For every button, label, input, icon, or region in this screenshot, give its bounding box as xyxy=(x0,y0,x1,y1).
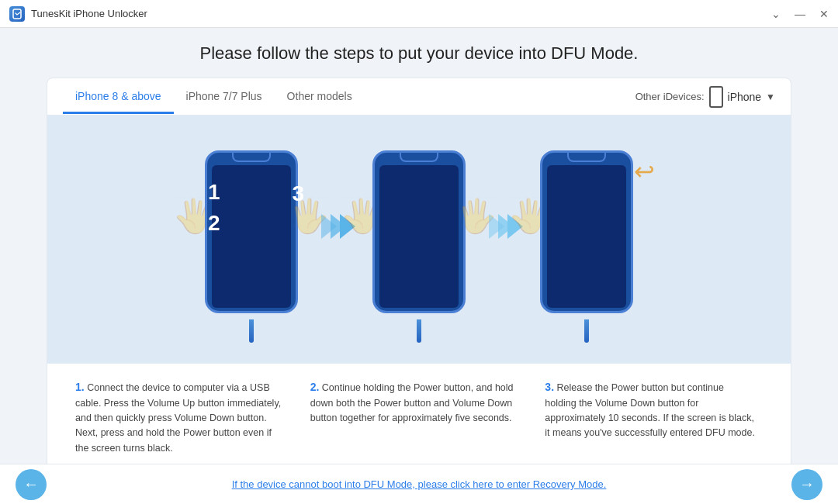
phone-body-3 xyxy=(540,150,633,313)
title-bar-controls: ⌄ — ✕ xyxy=(771,9,829,19)
phone-cable-2 xyxy=(417,319,421,343)
title-bar: TunesKit iPhone Unlocker ⌄ — ✕ xyxy=(0,0,838,28)
phone-cable-1 xyxy=(249,319,254,343)
main-card: iPhone 8 & above iPhone 7/7 Plus Other m… xyxy=(47,78,791,472)
phone-notch-1 xyxy=(232,153,271,162)
instruction-num-2: 2. xyxy=(310,381,320,393)
instructions-row: 1. Connect the device to computer via a … xyxy=(47,364,791,471)
other-devices: Other iDevices: iPhone ▼ xyxy=(635,86,775,108)
phone-body-2 xyxy=(372,150,466,313)
step-num-2: 2 xyxy=(208,212,220,234)
app-title: TunesKit iPhone Unlocker xyxy=(31,8,147,19)
phone-step-3: 🖐 ↩ xyxy=(532,150,641,321)
maximize-button[interactable]: ⌄ xyxy=(771,9,781,19)
tabs-row: iPhone 8 & above iPhone 7/7 Plus Other m… xyxy=(47,78,791,116)
tab-iphone8-above[interactable]: iPhone 8 & above xyxy=(63,81,174,114)
close-button[interactable]: ✕ xyxy=(819,9,829,19)
rotate-arrow-icon: ↩ xyxy=(634,157,655,186)
phone-icon-small xyxy=(709,86,723,108)
phone-step-2: 🖐 🖐 xyxy=(365,150,473,321)
step-num-1: 1 xyxy=(208,181,220,203)
tab-iphone7[interactable]: iPhone 7/7 Plus xyxy=(174,81,275,114)
phone-screen-1 xyxy=(212,165,292,308)
phone-notch-3 xyxy=(567,153,606,162)
app-icon xyxy=(9,6,25,22)
tab-other-models[interactable]: Other models xyxy=(275,81,365,114)
phone-cable-3 xyxy=(584,319,589,343)
minimize-button[interactable]: — xyxy=(795,9,805,19)
instruction-3: 3. Release the Power button but continue… xyxy=(532,379,767,441)
phone-step-1: 🖐 🖐 1 2 3 xyxy=(197,150,306,321)
instruction-num-1: 1. xyxy=(75,381,85,393)
step-num-3: 3 xyxy=(292,181,304,206)
main-content: Please follow the steps to put your devi… xyxy=(0,28,838,472)
steps-area: 🖐 🖐 1 2 3 xyxy=(47,116,791,364)
phone-wrap-1: 🖐 🖐 1 2 3 xyxy=(197,150,306,321)
step-numbers-1: 1 2 xyxy=(208,181,220,234)
next-button[interactable]: → xyxy=(791,469,822,500)
instruction-text-3: Release the Power button but continue ho… xyxy=(545,382,755,438)
instruction-1: 1. Connect the device to computer via a … xyxy=(71,379,298,456)
svg-rect-0 xyxy=(13,9,21,19)
back-button[interactable]: ← xyxy=(16,469,47,500)
recovery-link[interactable]: If the device cannot boot into DFU Mode,… xyxy=(232,478,607,490)
bottom-bar: ← If the device cannot boot into DFU Mod… xyxy=(0,464,838,504)
phone-notch-2 xyxy=(400,153,438,162)
instruction-num-3: 3. xyxy=(545,381,554,393)
dropdown-arrow-icon[interactable]: ▼ xyxy=(766,91,775,102)
phone-screen-3 xyxy=(547,165,627,308)
instruction-text-1: Connect the device to computer via a USB… xyxy=(75,382,281,454)
other-devices-label: Other iDevices: xyxy=(635,91,705,102)
phone-wrap-2: 🖐 🖐 xyxy=(365,150,473,321)
device-name: iPhone xyxy=(728,91,762,103)
phone-wrap-3: 🖐 ↩ xyxy=(532,150,641,321)
phone-screen-2 xyxy=(379,165,459,308)
instruction-text-2: Continue holding the Power button, and h… xyxy=(310,382,514,423)
instruction-2: 2. Continue holding the Power button, an… xyxy=(298,379,533,426)
page-heading: Please follow the steps to put your devi… xyxy=(47,43,791,64)
title-bar-left: TunesKit iPhone Unlocker xyxy=(9,6,147,22)
